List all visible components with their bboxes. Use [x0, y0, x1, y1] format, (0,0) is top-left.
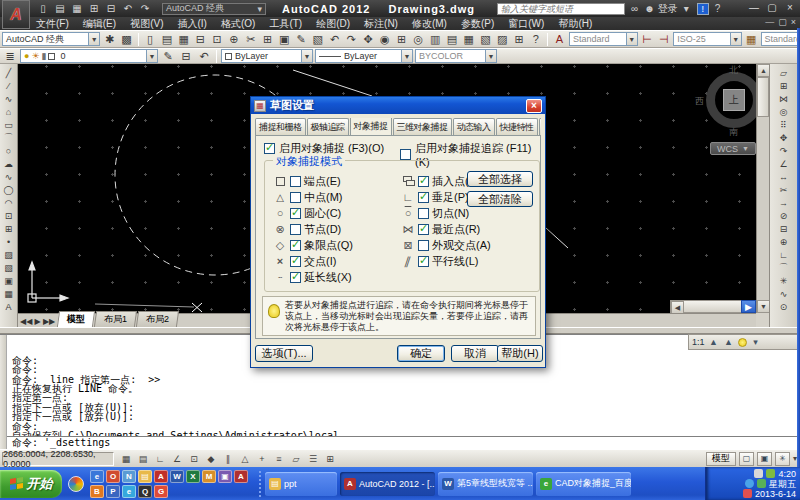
- text-icon[interactable]: A: [1, 300, 17, 313]
- workspace-settings-icon[interactable]: ✱: [102, 32, 117, 47]
- layer-on-bulb-icon[interactable]: ●: [24, 51, 29, 61]
- cancel-button[interactable]: 取消: [451, 345, 499, 362]
- layout-tab[interactable]: 布局1: [94, 311, 137, 327]
- layer-combo[interactable]: ● ☀ ▮ 0 ▼: [20, 49, 158, 63]
- properties-icon[interactable]: ▥: [428, 32, 443, 47]
- user-icon[interactable]: ☻: [644, 3, 655, 14]
- chevron-down-icon[interactable]: ▼: [742, 145, 749, 152]
- chevron-down-icon[interactable]: ▾: [257, 4, 262, 14]
- workspace-save-icon[interactable]: ▩: [119, 32, 134, 47]
- autocad-logo-icon[interactable]: A: [2, 0, 30, 29]
- coordinates-readout[interactable]: 2666.0004, 2208.6530, 0.0000: [2, 452, 114, 466]
- revcloud-icon[interactable]: ☁: [1, 157, 17, 170]
- chrome-icon[interactable]: G: [154, 485, 168, 498]
- osnap-mode-checkbox[interactable]: [418, 240, 429, 251]
- save-file-icon[interactable]: ▦: [176, 32, 191, 47]
- scrollbar-thumb[interactable]: [684, 301, 742, 312]
- erase-icon[interactable]: ▱: [776, 66, 792, 79]
- dialog-close-icon[interactable]: ×: [526, 99, 542, 113]
- storm-player-icon[interactable]: B: [90, 485, 104, 498]
- redo-icon[interactable]: ↷: [138, 1, 152, 16]
- copy-icon[interactable]: ⊞: [776, 79, 792, 92]
- layer-color-swatch[interactable]: [48, 53, 55, 60]
- save-as-icon[interactable]: ⊞: [87, 1, 101, 16]
- osnap-mode-checkbox[interactable]: [290, 192, 301, 203]
- table-style-combo[interactable]: Standard: [761, 32, 798, 46]
- layer-freeze-sun-icon[interactable]: ☀: [31, 51, 39, 61]
- chamfer-icon[interactable]: ∟: [776, 248, 792, 261]
- osnap-mode-checkbox[interactable]: [418, 256, 429, 267]
- linetype-combo[interactable]: ByLayer ▼: [315, 49, 413, 63]
- osnap-mode-checkbox[interactable]: [290, 272, 301, 283]
- menu-item[interactable]: 参数(P): [461, 17, 494, 31]
- ellipse-arc-icon[interactable]: ◠: [1, 196, 17, 209]
- command-input[interactable]: 命令: '_dsettings: [7, 436, 800, 449]
- chevron-down-icon[interactable]: ▼: [401, 50, 412, 62]
- menu-item[interactable]: 修改(M): [412, 17, 447, 31]
- notepad-icon[interactable]: N: [122, 470, 136, 483]
- options-button[interactable]: 选项(T)...: [255, 345, 313, 362]
- media-player-icon[interactable]: P: [106, 485, 120, 498]
- sheet-set-manager-icon[interactable]: ▧: [478, 32, 493, 47]
- otrack-toggle[interactable]: ∥: [220, 452, 236, 466]
- model-space-button[interactable]: 模型: [706, 452, 736, 466]
- divide-icon[interactable]: ⊙: [776, 300, 792, 313]
- wcs-dropdown[interactable]: WCS ▼: [710, 142, 756, 155]
- undo-icon[interactable]: ↶: [121, 1, 135, 16]
- hatch-icon[interactable]: ▨: [1, 248, 17, 261]
- trim-icon[interactable]: ✂: [776, 183, 792, 196]
- command-window-grip[interactable]: [0, 335, 7, 450]
- construction-line-icon[interactable]: ⁄: [1, 79, 17, 92]
- ie-icon[interactable]: e: [90, 470, 104, 483]
- chevron-down-icon[interactable]: ▼: [730, 33, 741, 45]
- osnap-mode-checkbox[interactable]: [418, 176, 429, 187]
- layer-lock-icon[interactable]: ▮: [42, 51, 47, 61]
- search-input[interactable]: [497, 3, 625, 15]
- undo-icon[interactable]: ↶: [327, 32, 342, 47]
- table-style-icon[interactable]: ▦: [744, 32, 759, 47]
- task-button[interactable]: A AutoCAD 2012 - [...: [340, 472, 435, 496]
- layer-properties-manager-icon[interactable]: ≣: [2, 49, 18, 64]
- help-button[interactable]: 帮助(H): [497, 345, 543, 362]
- quick-view-layouts-icon[interactable]: ▢: [739, 452, 754, 466]
- dialog-tab[interactable]: 三维对象捕捉: [393, 118, 452, 135]
- workspace-gear-icon[interactable]: ✳: [775, 452, 790, 466]
- start-button[interactable]: 开始: [0, 470, 62, 498]
- array-icon[interactable]: ⠿: [776, 118, 792, 131]
- break-point-icon[interactable]: ⊘: [776, 209, 792, 222]
- workspace-switcher[interactable]: AutoCAD 经典 ▾: [162, 3, 266, 15]
- break-icon[interactable]: ⊟: [776, 222, 792, 235]
- dim-update-icon[interactable]: ⊣: [656, 32, 671, 47]
- ortho-toggle[interactable]: ∟: [152, 452, 168, 466]
- doc-minimize-button[interactable]: —: [765, 17, 774, 27]
- dyn-toggle[interactable]: +: [254, 452, 270, 466]
- selection-cycling-toggle[interactable]: ⊞: [322, 452, 338, 466]
- ellipse-icon[interactable]: ◯: [1, 183, 17, 196]
- dialog-tab[interactable]: 动态输入: [453, 118, 495, 135]
- color-combo[interactable]: ByLayer ▼: [221, 49, 313, 63]
- quick-properties-toggle[interactable]: ☰: [305, 452, 321, 466]
- folder-icon[interactable]: ▤: [138, 470, 152, 483]
- expand-corner-icon[interactable]: ▶: [741, 300, 756, 313]
- explode-icon[interactable]: ✳: [776, 274, 792, 287]
- scrollbar-thumb[interactable]: [757, 77, 769, 117]
- osnap-mode-checkbox[interactable]: [418, 208, 429, 219]
- dialog-tab[interactable]: 快捷特性: [496, 118, 538, 135]
- cut-icon[interactable]: ✂: [243, 32, 258, 47]
- clear-all-button[interactable]: 全部清除: [467, 191, 533, 207]
- menu-item[interactable]: 工具(T): [269, 17, 302, 31]
- osnap-mode-checkbox[interactable]: [290, 224, 301, 235]
- quickcalc-icon[interactable]: ⊞: [512, 32, 527, 47]
- text-style-combo[interactable]: Standard ▼: [569, 32, 638, 46]
- rotate-icon[interactable]: ↷: [776, 144, 792, 157]
- designcenter-icon[interactable]: ▤: [445, 32, 460, 47]
- rectangle-icon[interactable]: ▭: [1, 118, 17, 131]
- osnap-mode-checkbox[interactable]: [290, 256, 301, 267]
- dim-style-icon[interactable]: ⊢: [640, 32, 655, 47]
- menu-item[interactable]: 窗口(W): [508, 17, 544, 31]
- dim-style-combo[interactable]: ISO-25 ▼: [673, 32, 742, 46]
- spline-icon[interactable]: ∿: [1, 170, 17, 183]
- polyline-icon[interactable]: ∿: [1, 92, 17, 105]
- pinwheel-tray-icon[interactable]: [68, 476, 84, 492]
- pan-icon[interactable]: ✥: [361, 32, 376, 47]
